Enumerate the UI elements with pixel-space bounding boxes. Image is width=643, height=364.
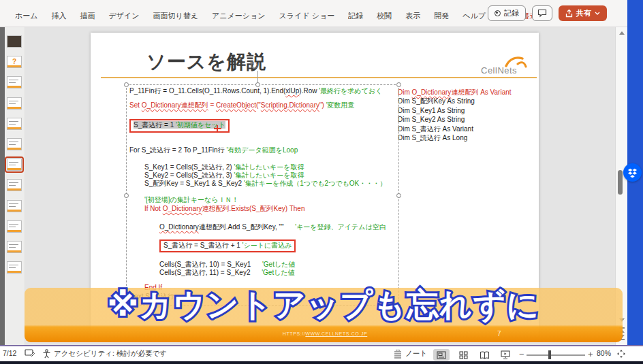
- accessibility-status[interactable]: アクセシビリティ: 検討が必要です: [42, 349, 167, 359]
- zoom-level[interactable]: 80%: [597, 349, 611, 357]
- thumbnail-content-line: [9, 124, 16, 125]
- window-bottom-edge: [0, 361, 643, 364]
- zoom-slider-track[interactable]: [527, 354, 585, 356]
- slide-thumbnail-panel[interactable]: ?: [5, 27, 25, 345]
- slide-thumbnail[interactable]: [7, 76, 22, 88]
- slide-thumbnail[interactable]: [7, 35, 22, 48]
- normal-view-icon: [437, 351, 446, 359]
- record-icon: [495, 10, 501, 16]
- thumbnail-content-line: [9, 165, 16, 165]
- display-settings-icon: [25, 349, 35, 358]
- comment-icon: [537, 9, 547, 18]
- thumbnail-content-line: [9, 185, 16, 186]
- thumbnail-content-line: [9, 103, 16, 104]
- ribbon-tab[interactable]: ホーム: [8, 7, 45, 24]
- window-left-edge: [0, 27, 5, 345]
- ribbon: ホーム挿入描画デザイン画面切り替えアニメーションスライド ショー記録校閲表示開発…: [0, 0, 627, 27]
- thumbnail-footer-bar: [7, 250, 21, 252]
- zoom-slider-thumb[interactable]: [548, 350, 551, 359]
- cellnets-logo-swoosh-icon: [504, 55, 527, 70]
- slide-thumbnail[interactable]: [7, 138, 22, 150]
- textbox-selection-border[interactable]: [126, 84, 399, 306]
- slideshow-icon: [501, 350, 510, 359]
- share-button[interactable]: 共有: [559, 5, 607, 21]
- display-settings-button[interactable]: [25, 349, 35, 358]
- selection-handle[interactable]: [124, 193, 129, 198]
- thumbnail-content-line: [9, 227, 16, 227]
- ribbon-tab-bar: ホーム挿入描画デザイン画面切り替えアニメーションスライド ショー記録校閲表示開発…: [8, 7, 544, 24]
- status-bar: 7/12 アクセシビリティ: 検討が必要です ノート − + 80%: [0, 345, 643, 361]
- thumbnail-footer-bar: [7, 271, 21, 273]
- thumbnail-content-line: [9, 247, 16, 248]
- ribbon-tab[interactable]: ヘルプ: [456, 7, 492, 24]
- dropbox-badge-icon[interactable]: [623, 163, 642, 182]
- slide-thumbnail[interactable]: [7, 200, 22, 212]
- code-line: Dim S_配列Key As String: [398, 97, 512, 105]
- thumbnail-footer-bar: [7, 210, 21, 212]
- thumbnail-content-line: [9, 267, 16, 268]
- share-icon: [565, 10, 573, 18]
- comments-button[interactable]: [532, 5, 552, 21]
- slide-thumbnail[interactable]: [7, 241, 22, 253]
- slide-thumbnail[interactable]: [7, 97, 22, 110]
- caption-text: ※カウントアップも忘れずに: [25, 284, 623, 327]
- slide-footer-url: HTTPS://WWW.CELLNETS.CO.JP: [243, 331, 407, 336]
- mouse-cursor-crosshair: [214, 125, 221, 133]
- record-button-label: 記録: [504, 8, 519, 18]
- slide-thumbnail[interactable]: [7, 261, 22, 274]
- record-button[interactable]: 記録: [488, 5, 526, 21]
- thumbnail-footer-bar: [7, 148, 21, 150]
- slide-title[interactable]: ソースを解説: [146, 49, 266, 75]
- zoom-in-button[interactable]: +: [588, 349, 593, 359]
- slide-thumbnail[interactable]: [7, 159, 22, 171]
- selection-handle[interactable]: [124, 82, 129, 87]
- ribbon-tab[interactable]: デザイン: [102, 7, 146, 24]
- cellnets-logo: CellNets: [481, 65, 517, 76]
- ribbon-tab[interactable]: スライド ショー: [272, 7, 342, 24]
- normal-view-button[interactable]: [433, 349, 450, 361]
- slide-thumbnail[interactable]: [7, 179, 22, 191]
- thumbnail-footer-bar: [7, 168, 21, 170]
- selection-handle[interactable]: [255, 82, 260, 87]
- thumbnail-content-line: [9, 265, 18, 265]
- zoom-out-button[interactable]: −: [519, 349, 524, 359]
- thumbnail-content-line: [9, 142, 18, 142]
- code-line: Dim S_Key1 As String: [398, 106, 512, 115]
- ribbon-tab[interactable]: 表示: [398, 7, 427, 24]
- slide-counter: 7/12: [3, 349, 16, 357]
- selection-handle[interactable]: [396, 193, 401, 198]
- slide-sorter-view-button[interactable]: [455, 349, 471, 361]
- rotation-handle-icon[interactable]: ↻: [249, 59, 259, 73]
- ribbon-tab[interactable]: アニメーション: [205, 7, 272, 24]
- thumbnail-content-line: [9, 244, 18, 245]
- fit-to-window-button[interactable]: [616, 349, 626, 359]
- ribbon-tab[interactable]: 校閲: [370, 7, 398, 24]
- zoom-slider[interactable]: [527, 349, 585, 360]
- reading-view-button[interactable]: [476, 349, 492, 361]
- ribbon-tab[interactable]: 挿入: [45, 7, 74, 24]
- scrollbar-thumb[interactable]: [618, 170, 623, 195]
- notes-button[interactable]: ノート: [393, 349, 427, 359]
- thumbnail-content-line: [9, 182, 18, 183]
- ribbon-tab[interactable]: 画面切り替え: [146, 7, 206, 24]
- right-blue-edge: [627, 0, 643, 364]
- thumbnail-content-line: [9, 203, 18, 204]
- thumbnail-content-line: [9, 162, 18, 163]
- thumbnail-footer-bar: [7, 230, 21, 232]
- slide-thumbnail[interactable]: [7, 118, 22, 130]
- ribbon-tab[interactable]: 描画: [74, 7, 102, 24]
- vba-dim-block[interactable]: Dim O_Dictionary連想配列 As VariantDim S_配列K…: [398, 88, 512, 142]
- reading-view-icon: [480, 351, 490, 359]
- thumbnail-content-line: [9, 101, 18, 101]
- slideshow-view-button[interactable]: [497, 349, 514, 361]
- thumbnail-content-line: [9, 80, 18, 80]
- notes-label: ノート: [405, 349, 427, 359]
- share-button-label: 共有: [576, 8, 591, 18]
- scroll-up-arrow-icon[interactable]: [619, 31, 625, 35]
- ribbon-tab[interactable]: 記録: [341, 7, 370, 24]
- selection-handle[interactable]: [396, 82, 401, 87]
- thumbnail-content-line: [9, 121, 18, 122]
- slide-thumbnail[interactable]: [7, 220, 22, 233]
- ribbon-tab[interactable]: 開発: [427, 7, 456, 24]
- slide-thumbnail[interactable]: ?: [7, 56, 22, 68]
